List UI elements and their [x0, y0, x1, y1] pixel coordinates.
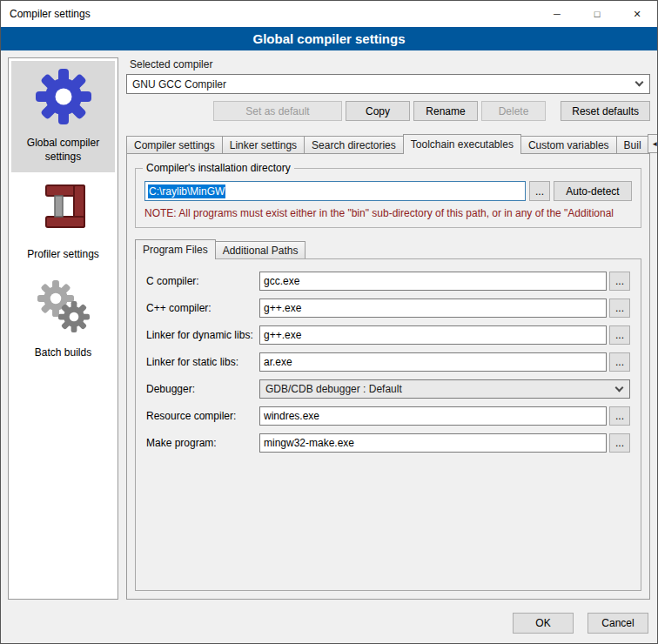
close-button[interactable]: ✕ [617, 1, 657, 27]
resource-compiler-row: Resource compiler: ... [146, 406, 630, 426]
installation-directory-row: C:\raylib\MinGW ... Auto-detect [144, 181, 632, 201]
tab-scroll-left-button[interactable]: ◄ [648, 134, 658, 153]
chevron-down-icon [615, 383, 624, 392]
debugger-value: GDB/CDB debugger : Default [265, 383, 402, 395]
set-as-default-button[interactable]: Set as default [213, 101, 342, 121]
compiler-settings-dialog: Compiler settings ─ □ ✕ Global compiler … [0, 0, 658, 644]
subtab-additional-paths[interactable]: Additional Paths [215, 241, 306, 258]
tab-scroll-buttons: ◄ ► [648, 134, 658, 153]
chevron-down-icon [635, 78, 644, 87]
delete-button[interactable]: Delete [481, 101, 546, 121]
rename-button[interactable]: Rename [413, 101, 478, 121]
c-compiler-row: C compiler: ... [146, 272, 630, 291]
resource-compiler-input[interactable] [259, 406, 607, 426]
cpp-compiler-input[interactable] [259, 299, 607, 318]
titlebar: Compiler settings ─ □ ✕ [1, 1, 657, 27]
installation-directory-title: Compiler's installation directory [143, 162, 294, 174]
bin-subdirectory-note: NOTE: All programs must exist either in … [144, 207, 632, 219]
browse-button[interactable]: ... [609, 325, 630, 345]
installation-directory-input[interactable]: C:\raylib\MinGW [144, 181, 526, 201]
c-compiler-label: C compiler: [146, 275, 259, 287]
browse-button[interactable]: ... [609, 433, 630, 453]
main-panel: Selected compiler GNU GCC Compiler Set a… [126, 57, 650, 600]
selected-path-text: C:\raylib\MinGW [148, 184, 225, 198]
make-program-input[interactable] [259, 433, 607, 453]
debugger-select[interactable]: GDB/CDB debugger : Default [259, 379, 630, 399]
browse-button[interactable]: ... [609, 299, 630, 318]
c-compiler-input[interactable] [259, 272, 607, 291]
sidebar-item-profiler-settings[interactable]: Profiler settings [11, 172, 115, 270]
tab-toolchain-executables[interactable]: Toolchain executables [403, 134, 521, 154]
minimize-button[interactable]: ─ [537, 1, 577, 27]
tab-linker-settings[interactable]: Linker settings [222, 136, 305, 153]
installation-directory-group: Compiler's installation directory C:\ray… [135, 168, 641, 228]
tab-custom-variables[interactable]: Custom variables [520, 136, 617, 153]
selected-compiler-select[interactable]: GNU GCC Compiler [126, 74, 650, 94]
cpp-compiler-label: C++ compiler: [146, 302, 259, 314]
window-title: Compiler settings [1, 8, 91, 20]
selected-compiler-value: GNU GCC Compiler [132, 78, 226, 91]
resource-compiler-label: Resource compiler: [146, 410, 259, 422]
subtab-program-files[interactable]: Program Files [135, 239, 216, 259]
dynamic-linker-label: Linker for dynamic libs: [146, 329, 259, 341]
browse-directory-button[interactable]: ... [529, 181, 550, 201]
cpp-compiler-row: C++ compiler: ... [146, 299, 630, 318]
sidebar-item-batch-builds[interactable]: Batch builds [11, 271, 115, 368]
page-title: Global compiler settings [1, 27, 657, 50]
browse-button[interactable]: ... [609, 406, 630, 426]
sidebar-item-label: Batch builds [35, 345, 91, 359]
static-linker-input[interactable] [259, 352, 607, 372]
debugger-label: Debugger: [146, 383, 259, 395]
dynamic-linker-row: Linker for dynamic libs: ... [146, 325, 630, 345]
tab-build-options-truncated[interactable]: Buil [616, 136, 649, 153]
window-controls: ─ □ ✕ [537, 1, 657, 27]
cancel-button[interactable]: Cancel [588, 613, 648, 634]
program-files-page: C compiler: ... C++ compiler: ... Linker… [135, 258, 641, 591]
tab-compiler-settings[interactable]: Compiler settings [126, 136, 223, 153]
dialog-content: Global compiler settings Profiler settin… [1, 50, 657, 607]
toolchain-executables-page: Compiler's installation directory C:\ray… [126, 153, 650, 600]
static-linker-label: Linker for static libs: [146, 356, 259, 368]
sidebar-item-label: Global compiler settings [13, 136, 113, 164]
ok-button[interactable]: OK [513, 613, 574, 634]
copy-button[interactable]: Copy [346, 101, 410, 121]
maximize-button[interactable]: □ [577, 1, 617, 27]
gray-gears-icon [36, 278, 91, 334]
make-program-row: Make program: ... [146, 433, 630, 453]
compiler-actions: Set as default Copy Rename Delete Reset … [126, 101, 650, 121]
reset-defaults-button[interactable]: Reset defaults [561, 101, 650, 121]
tab-search-directories[interactable]: Search directories [304, 136, 404, 153]
sidebar-item-label: Profiler settings [27, 247, 99, 261]
settings-sidebar: Global compiler settings Profiler settin… [8, 57, 118, 600]
selected-compiler-label: Selected compiler [130, 58, 650, 70]
blue-gear-icon [36, 69, 91, 124]
auto-detect-button[interactable]: Auto-detect [554, 181, 632, 201]
static-linker-row: Linker for static libs: ... [146, 352, 630, 372]
dialog-footer: OK Cancel [1, 607, 657, 643]
make-program-label: Make program: [146, 437, 259, 449]
settings-tabbar: Compiler settings Linker settings Search… [126, 133, 650, 153]
sidebar-item-global-compiler-settings[interactable]: Global compiler settings [11, 61, 115, 172]
browse-button[interactable]: ... [609, 352, 630, 372]
profiler-clamp-icon [36, 180, 91, 236]
debugger-row: Debugger: GDB/CDB debugger : Default [146, 379, 630, 399]
program-files-tabbar: Program Files Additional Paths [135, 238, 641, 258]
browse-button[interactable]: ... [609, 272, 630, 291]
dynamic-linker-input[interactable] [259, 325, 607, 345]
